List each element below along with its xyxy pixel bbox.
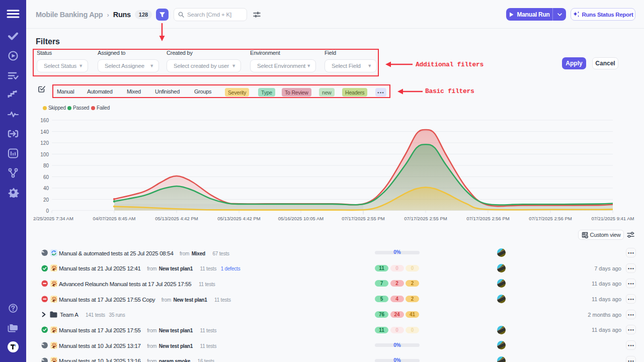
svg-text:07/17/2025 2:55 PM: 07/17/2025 2:55 PM (342, 216, 385, 221)
svg-text:80: 80 (43, 163, 49, 168)
svg-text:100: 100 (40, 152, 49, 157)
svg-text:04/07/2025 8:45 AM: 04/07/2025 8:45 AM (93, 216, 135, 221)
svg-text:07/21/2025 9:41 AM: 07/21/2025 9:41 AM (591, 216, 634, 221)
svg-text:05/16/2025 10:05 AM: 05/16/2025 10:05 AM (278, 216, 324, 221)
svg-text:05/13/2025 4:42 PM: 05/13/2025 4:42 PM (155, 216, 198, 221)
svg-text:07/17/2025 2:56 PM: 07/17/2025 2:56 PM (529, 216, 572, 221)
svg-text:140: 140 (40, 129, 49, 135)
svg-text:05/13/2025 4:42 PM: 05/13/2025 4:42 PM (217, 216, 261, 221)
svg-text:120: 120 (40, 140, 49, 146)
svg-text:07/17/2025 2:56 PM: 07/17/2025 2:56 PM (466, 216, 510, 221)
svg-text:0: 0 (46, 208, 49, 214)
svg-text:07/17/2025 2:55 PM: 07/17/2025 2:55 PM (404, 216, 447, 221)
svg-text:20: 20 (43, 197, 49, 203)
svg-text:60: 60 (43, 174, 49, 180)
svg-text:2/25/2025 7:34 AM: 2/25/2025 7:34 AM (33, 216, 73, 221)
svg-text:40: 40 (43, 186, 49, 191)
svg-text:160: 160 (40, 118, 49, 123)
